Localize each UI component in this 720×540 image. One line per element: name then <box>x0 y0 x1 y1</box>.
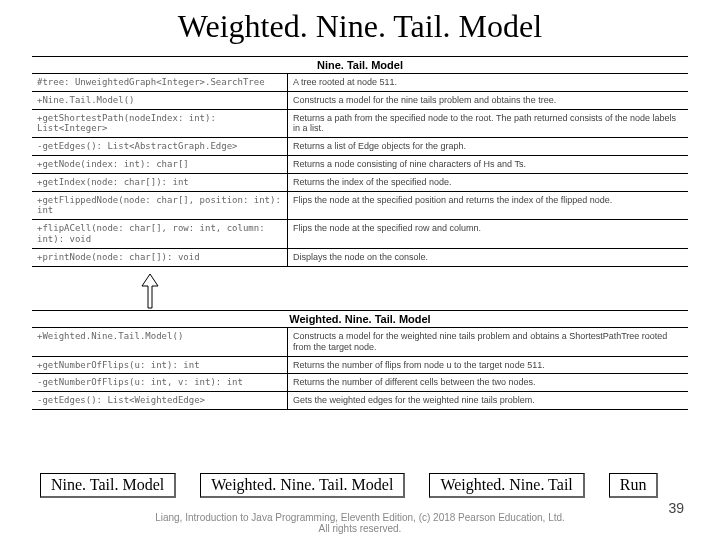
link-weighted-model[interactable]: Weighted. Nine. Tail. Model <box>200 473 405 498</box>
uml-row: +getIndex(node: char[]): intReturns the … <box>32 174 688 192</box>
link-weighted-tail[interactable]: Weighted. Nine. Tail <box>429 473 584 498</box>
uml-description: Displays the node on the console. <box>288 249 688 266</box>
uml-signature: +getIndex(node: char[]): int <box>32 174 288 191</box>
svg-point-1 <box>606 412 712 518</box>
uml-table-bottom: Weighted. Nine. Tail. Model +Weighted.Ni… <box>32 310 688 410</box>
uml-description: Flips the node at the specified position… <box>288 192 688 220</box>
uml-signature: +getNumberOfFlips(u: int): int <box>32 357 288 374</box>
uml-row: +printNode(node: char[]): voidDisplays t… <box>32 249 688 267</box>
uml-description: Returns a node consisting of nine charac… <box>288 156 688 173</box>
footer-line2: All rights reserved. <box>0 523 720 534</box>
uml-row: +getNode(index: int): char[]Returns a no… <box>32 156 688 174</box>
uml-signature: +Weighted.Nine.Tail.Model() <box>32 328 288 356</box>
uml-row: +Weighted.Nine.Tail.Model()Constructs a … <box>32 328 688 357</box>
uml-row: +getNumberOfFlips(u: int): intReturns th… <box>32 357 688 375</box>
uml-row: #tree: UnweightedGraph<Integer>.SearchTr… <box>32 74 688 92</box>
uml-description: Returns the index of the specified node. <box>288 174 688 191</box>
uml-row: +getFlippedNode(node: char[], position: … <box>32 192 688 221</box>
uml-bottom-header: Weighted. Nine. Tail. Model <box>32 311 688 328</box>
uml-description: Constructs a model for the nine tails pr… <box>288 92 688 109</box>
uml-signature: +Nine.Tail.Model() <box>32 92 288 109</box>
globe-watermark <box>604 410 714 520</box>
uml-signature: +getFlippedNode(node: char[], position: … <box>32 192 288 220</box>
uml-signature: +getNode(index: int): char[] <box>32 156 288 173</box>
uml-table-top: Nine. Tail. Model #tree: UnweightedGraph… <box>32 56 688 267</box>
uml-signature: -getEdges(): List<AbstractGraph.Edge> <box>32 138 288 155</box>
slide-title: Weighted. Nine. Tail. Model <box>0 8 720 45</box>
uml-description: Flips the node at the specified row and … <box>288 220 688 248</box>
uml-signature: +flipACell(node: char[], row: int, colum… <box>32 220 288 248</box>
uml-description: Returns the number of different cells be… <box>288 374 688 391</box>
uml-description: Returns the number of flips from node u … <box>288 357 688 374</box>
uml-signature: +printNode(node: char[]): void <box>32 249 288 266</box>
uml-row: +Nine.Tail.Model()Constructs a model for… <box>32 92 688 110</box>
uml-row: -getEdges(): List<AbstractGraph.Edge>Ret… <box>32 138 688 156</box>
uml-description: Constructs a model for the weighted nine… <box>288 328 688 356</box>
svg-marker-0 <box>142 274 158 308</box>
uml-row: +getShortestPath(nodeIndex: int): List<I… <box>32 110 688 139</box>
uml-description: A tree rooted at node 511. <box>288 74 688 91</box>
uml-row: -getEdges(): List<WeightedEdge>Gets the … <box>32 392 688 410</box>
uml-signature: +getShortestPath(nodeIndex: int): List<I… <box>32 110 288 138</box>
uml-description: Returns a path from the specified node t… <box>288 110 688 138</box>
inheritance-arrow <box>140 274 160 310</box>
footer-text: Liang, Introduction to Java Programming,… <box>0 512 720 534</box>
uml-row: +flipACell(node: char[], row: int, colum… <box>32 220 688 249</box>
link-ninetail[interactable]: Nine. Tail. Model <box>40 473 176 498</box>
link-bar: Nine. Tail. Model Weighted. Nine. Tail. … <box>0 473 720 498</box>
footer-line1: Liang, Introduction to Java Programming,… <box>0 512 720 523</box>
uml-description: Gets the weighted edges for the weighted… <box>288 392 688 409</box>
svg-point-5 <box>622 412 697 518</box>
uml-signature: -getEdges(): List<WeightedEdge> <box>32 392 288 409</box>
run-button[interactable]: Run <box>609 473 659 498</box>
uml-description: Returns a list of Edge objects for the g… <box>288 138 688 155</box>
uml-top-header: Nine. Tail. Model <box>32 57 688 74</box>
uml-row: -getNumberOfFlips(u: int, v: int): intRe… <box>32 374 688 392</box>
uml-signature: -getNumberOfFlips(u: int, v: int): int <box>32 374 288 391</box>
uml-signature: #tree: UnweightedGraph<Integer>.SearchTr… <box>32 74 288 91</box>
